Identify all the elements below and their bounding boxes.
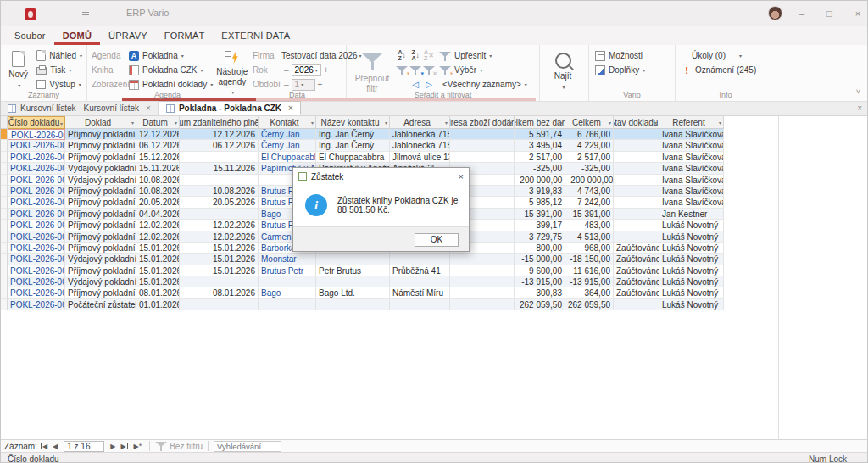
table-cell[interactable]: Ivana Slavíčková [659,186,724,197]
filter-indicator[interactable]: Bez filtru [155,441,203,451]
table-cell[interactable]: 3 919,83 [515,186,565,197]
table-cell[interactable]: Bago [259,287,316,298]
table-cell[interactable]: Ivana Slavíčková [659,140,724,151]
table-cell[interactable]: Lukáš Novotný [659,287,724,298]
table-cell[interactable] [180,209,259,220]
first-record-button[interactable]: ◀ [40,443,47,450]
table-cell[interactable]: 5 985,12 [515,197,565,208]
advanced-filter-button[interactable]: Upřesnit▾ [439,48,527,63]
search-input[interactable] [214,441,281,452]
table-cell[interactable]: Počáteční zůstatek [65,299,136,310]
table-cell[interactable]: 300,83 [515,287,565,298]
collapse-ribbon-icon[interactable]: ˅ [856,87,860,96]
column-dropdown-icon[interactable]: ▾ [654,120,657,126]
table-cell[interactable]: 15.01.2026 [136,276,180,287]
user-avatar[interactable] [768,6,782,20]
period-plus-button[interactable]: + [318,80,323,89]
view-select[interactable]: Pokladní doklady▾ [129,80,213,90]
tab-domu[interactable]: DOMŮ [54,28,100,45]
column-dropdown-icon[interactable]: ▾ [719,120,721,126]
close-document-icon[interactable]: × [857,103,862,113]
column-header[interactable]: Adresa▾ [390,116,450,129]
table-cell[interactable] [180,152,259,163]
table-cell[interactable]: 15.01.2026 [136,243,180,254]
record-selector[interactable] [1,175,8,186]
table-cell[interactable]: Lukáš Novotný [659,220,724,231]
previous-record-icon[interactable]: ◁ [409,80,422,89]
addins-button[interactable]: Doplňky▾ [595,63,645,77]
table-cell[interactable] [180,276,259,287]
table-cell[interactable]: 800,00 [515,243,565,254]
table-cell[interactable]: 20.05.2026 [180,197,259,208]
output-button[interactable]: Výstup▾ [36,77,82,92]
table-cell[interactable]: 15.01.2026 [180,254,259,265]
tab-close-icon[interactable]: × [288,103,293,113]
table-cell[interactable] [614,232,659,243]
doc-tab-kursovni-listek[interactable]: Kursovní lístek - Kursovní lístek × [1,101,159,115]
column-dropdown-icon[interactable]: ▾ [385,120,387,126]
sort-ascending-icon[interactable]: AZ↓ [395,49,409,62]
column-header[interactable]: Celkem▾ [565,116,614,129]
table-cell[interactable]: 12.02.2026 [180,220,259,231]
filter-icon[interactable]: ▾ [409,64,422,76]
table-cell[interactable] [259,299,316,310]
table-cell[interactable]: Zaúčtováno [614,276,659,287]
table-cell[interactable]: Lukáš Novotný [659,276,724,287]
table-cell[interactable]: 20.05.2026 [136,197,180,208]
record-selector[interactable] [1,163,8,174]
next-record-button[interactable]: ▶ [110,443,115,450]
table-cell[interactable]: 15.11.2026 [136,163,180,174]
table-cell[interactable]: Příjmový pokladní doklad [65,186,136,197]
table-cell[interactable]: Výdajový pokladní doklad [65,175,136,186]
ok-button[interactable]: OK [415,233,459,247]
year-minus-button[interactable]: – [284,65,289,75]
column-header[interactable]: Adresa zboží dodání▾ [450,116,515,129]
table-cell[interactable] [450,299,515,310]
maximize-button[interactable]: ▢ [816,7,842,20]
table-cell[interactable] [390,254,450,265]
tab-format[interactable]: FORMÁT [156,28,214,45]
table-cell[interactable]: POKL-2026-00001 [8,299,65,310]
table-cell[interactable]: POKL-2026-00010 [8,197,65,208]
tab-soubor[interactable]: Soubor [6,28,54,45]
table-cell[interactable]: 01.01.2026 [136,299,180,310]
table-cell[interactable]: Černý Jan [259,140,316,151]
table-cell[interactable]: Zaúčtováno [614,254,659,265]
table-cell[interactable]: 3 729,75 [515,232,565,243]
dialog-title-bar[interactable]: Zůstatek × [293,168,469,185]
minimize-button[interactable]: – [789,7,815,20]
record-selector[interactable] [1,152,8,163]
table-cell[interactable]: POKL-2026-00009 [8,209,65,220]
column-header[interactable]: Doklad▾ [65,116,136,129]
agenda-tools-button[interactable]: Nástroje agendy ▾ [216,48,248,97]
table-cell[interactable]: Příjmový pokladní doklad [65,129,136,140]
table-cell[interactable] [316,299,390,310]
table-cell[interactable]: 483,00 [565,220,614,231]
previous-record-button[interactable]: ◀ [53,443,58,450]
table-cell[interactable]: 262 059,50 [515,299,565,310]
table-cell[interactable]: 10.08.2026 [180,186,259,197]
table-cell[interactable]: 399,17 [515,220,565,231]
table-cell[interactable]: 06.12.2026 [136,140,180,151]
table-cell[interactable]: 6 766,00 [565,129,614,140]
table-cell[interactable]: 9 600,00 [515,265,565,276]
table-cell[interactable]: 4 513,00 [565,232,614,243]
tab-upravy[interactable]: ÚPRAVY [100,28,156,45]
column-header[interactable]: Číslo dokladu▾ [8,116,65,129]
table-cell[interactable]: Náměstí Míru [390,287,450,298]
table-cell[interactable]: Lukáš Novotný [659,232,724,243]
column-header[interactable]: Stav dokladu▾ [614,116,659,129]
column-dropdown-icon[interactable]: ▾ [311,120,314,126]
table-cell[interactable]: POKL-2026-00016 [8,129,65,140]
record-selector[interactable] [1,129,8,140]
table-cell[interactable]: 15.01.2026 [136,254,180,265]
table-cell[interactable] [450,265,515,276]
table-cell[interactable]: Příjmový pokladní doklad [65,243,136,254]
agenda-select[interactable]: APokladna▾ [129,51,184,61]
table-cell[interactable]: POKL-2026-00004 [8,265,65,276]
table-cell[interactable] [614,186,659,197]
table-cell[interactable]: 12.12.2026 [180,129,259,140]
select-all-records[interactable] [1,116,8,129]
table-cell[interactable]: 12.02.2026 [180,232,259,243]
table-cell[interactable]: 15 391,00 [515,209,565,220]
